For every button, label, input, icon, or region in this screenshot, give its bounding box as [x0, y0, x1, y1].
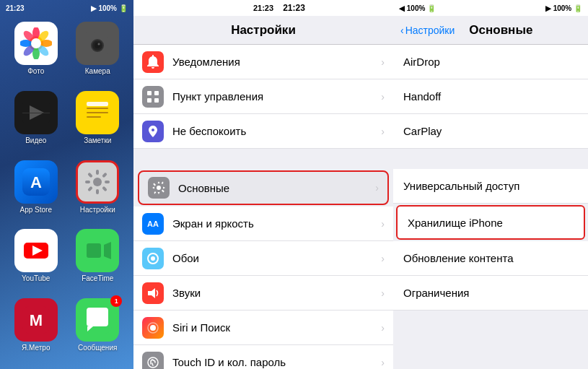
app-zametki[interactable]: Заметки	[69, 91, 127, 156]
display-chevron: ›	[381, 218, 385, 230]
svg-rect-46	[147, 98, 152, 103]
svg-rect-47	[154, 98, 159, 103]
svg-rect-22	[87, 116, 101, 118]
detail-item-airdrop[interactable]: AirDrop	[393, 45, 588, 79]
svg-rect-20	[87, 108, 108, 109]
wallpaper-chevron: ›	[381, 253, 385, 264]
notifications-icon	[142, 51, 164, 73]
settings-header: Настройки	[133, 16, 393, 45]
svg-rect-30	[105, 181, 110, 183]
detail-item-content-update[interactable]: Обновление контента	[393, 241, 588, 276]
app-fotos[interactable]: Фото	[7, 22, 65, 87]
svg-point-50	[151, 256, 155, 261]
carplay-label: CarPlay	[403, 125, 442, 137]
settings-item-dnd[interactable]: Не беспокоить ›	[133, 114, 393, 149]
detail-time: 21:23	[283, 3, 305, 13]
app-metro[interactable]: М Я.Метро	[7, 298, 65, 363]
app-metro-label: Я.Метро	[22, 344, 50, 352]
dnd-label: Не беспокоить	[172, 125, 381, 137]
back-label: Настройки	[405, 25, 455, 36]
back-button[interactable]: ‹ Настройки	[400, 25, 455, 36]
settings-title: Настройки	[231, 23, 296, 38]
app-video[interactable]: Видео	[7, 91, 65, 156]
detail-item-handoff[interactable]: Handoff	[393, 79, 588, 114]
detail-status-bar: ◀ 100% 🔋 21:23 ▶ 100% 🔋	[393, 0, 588, 16]
svg-rect-29	[85, 181, 90, 183]
settings-item-touchid[interactable]: Touch ID и кол. пароль ›	[133, 345, 393, 369]
svg-rect-33	[87, 186, 93, 191]
notifications-chevron: ›	[381, 56, 385, 68]
settings-detail: ◀ 100% 🔋 21:23 ▶ 100% 🔋 ‹ Настройки Осно…	[393, 0, 588, 369]
notifications-label: Уведомления	[172, 56, 381, 68]
sounds-icon	[142, 282, 164, 304]
svg-rect-11	[86, 32, 95, 38]
app-video-label: Видео	[25, 136, 46, 144]
section-gap-1	[133, 149, 393, 169]
app-facetime[interactable]: FaceTime	[69, 229, 127, 294]
dnd-icon	[142, 121, 164, 142]
time-left: 21:23	[6, 4, 25, 12]
app-messages-label: Сообщения	[78, 344, 117, 352]
control-center-label: Пункт управления	[172, 90, 381, 103]
detail-list: AirDrop Handoff CarPlay Универсальный до…	[393, 45, 588, 369]
back-chevron: ‹	[400, 25, 404, 36]
svg-point-48	[157, 186, 161, 190]
app-appstore-label: App Store	[20, 206, 52, 214]
dnd-chevron: ›	[381, 126, 385, 137]
status-bar-left: 21:23 ▶ 100% 🔋	[0, 0, 133, 16]
app-zametki-label: Заметки	[84, 136, 111, 144]
app-nastroiki[interactable]: Настройки	[69, 160, 127, 225]
sounds-label: Звуки	[172, 287, 381, 299]
svg-marker-51	[148, 288, 155, 298]
app-messages[interactable]: 1 Сообщения	[69, 298, 127, 363]
detail-title: Основные	[469, 23, 532, 38]
siri-label: Siri и Поиск	[172, 321, 381, 334]
svg-point-15	[98, 43, 100, 45]
settings-status-time: 21:23	[253, 4, 273, 12]
settings-item-wallpaper[interactable]: Обои ›	[133, 241, 393, 276]
airdrop-label: AirDrop	[403, 56, 440, 68]
svg-point-52	[150, 325, 156, 331]
detail-header: ‹ Настройки Основные	[393, 16, 588, 45]
home-screen: 21:23 ▶ 100% 🔋	[0, 0, 133, 369]
svg-rect-45	[154, 91, 159, 95]
settings-status-bar: 21:23	[133, 0, 393, 16]
svg-text:A: A	[30, 173, 42, 191]
detail-signal: ◀ 100% 🔋	[399, 4, 436, 12]
svg-rect-21	[87, 112, 108, 113]
settings-item-notifications[interactable]: Уведомления ›	[133, 45, 393, 79]
general-label: Основные	[178, 182, 375, 194]
app-appstore[interactable]: A App Store	[7, 160, 65, 225]
iphone-storage-label: Хранилище iPhone	[408, 217, 503, 229]
svg-rect-34	[102, 186, 107, 191]
settings-main: 21:23 Настройки Уведомления ›	[133, 0, 393, 369]
svg-rect-23	[87, 102, 108, 106]
settings-section-2: Основные › AA Экран и яркость › Обои ›	[133, 170, 393, 369]
settings-item-general[interactable]: Основные ›	[138, 170, 389, 205]
app-fotos-label: Фото	[27, 67, 44, 75]
app-youtube-label: YouTube	[22, 274, 50, 282]
settings-item-control-center[interactable]: Пункт управления ›	[133, 79, 393, 114]
sounds-chevron: ›	[381, 287, 385, 299]
settings-section-1: Уведомления › Пункт управления ›	[133, 45, 393, 149]
detail-item-restrictions[interactable]: Ограничения	[393, 276, 588, 311]
control-center-chevron: ›	[381, 91, 385, 103]
svg-rect-44	[147, 91, 152, 95]
status-icons-left: ▶ 100% 🔋	[91, 4, 128, 12]
settings-item-sounds[interactable]: Звуки ›	[133, 276, 393, 311]
wallpaper-label: Обои	[172, 252, 381, 264]
detail-item-carplay[interactable]: CarPlay	[393, 114, 588, 149]
settings-item-siri[interactable]: Siri и Поиск ›	[133, 311, 393, 345]
detail-item-accessibility[interactable]: Универсальный доступ	[393, 169, 588, 204]
restrictions-label: Ограничения	[403, 287, 469, 299]
app-kamera[interactable]: Камера	[69, 22, 127, 87]
messages-badge: 1	[110, 295, 122, 307]
detail-item-iphone-storage[interactable]: Хранилище iPhone	[396, 205, 585, 240]
settings-list: Уведомления › Пункт управления ›	[133, 45, 393, 369]
svg-point-26	[93, 178, 102, 186]
accessibility-label: Универсальный доступ	[403, 180, 519, 192]
app-youtube[interactable]: YouTube	[7, 229, 65, 294]
svg-rect-31	[87, 172, 93, 178]
touchid-label: Touch ID и кол. пароль	[172, 356, 381, 368]
settings-item-display[interactable]: AA Экран и яркость ›	[133, 207, 393, 241]
